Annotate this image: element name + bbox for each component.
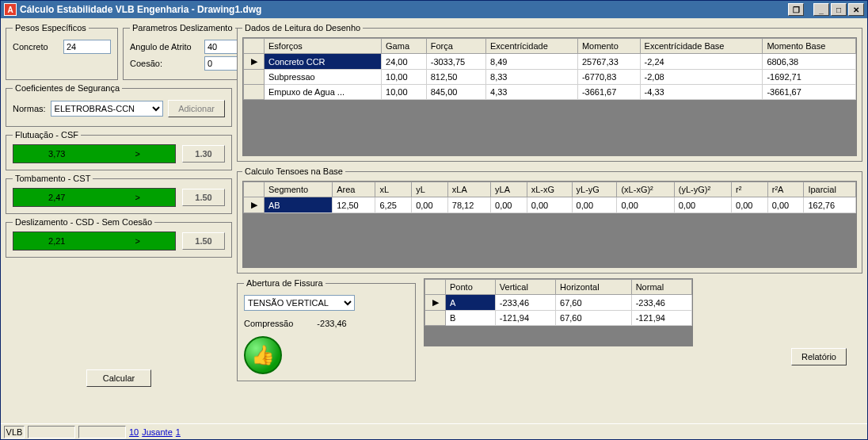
table-row[interactable]: Empuxo de Agua ...10,00845,004,33-3661,6… — [244, 85, 856, 100]
table-cell[interactable]: 12,50 — [333, 197, 375, 213]
column-header[interactable] — [244, 39, 265, 54]
table-cell[interactable]: Empuxo de Agua ... — [265, 85, 382, 100]
table-cell[interactable]: 10,00 — [382, 70, 427, 85]
table-cell[interactable]: -4,33 — [640, 85, 763, 100]
table-cell[interactable]: 0,00 — [674, 197, 731, 213]
table-cell[interactable]: B — [446, 311, 496, 326]
table-cell[interactable]: -233,46 — [631, 295, 691, 311]
column-header[interactable]: Area — [333, 182, 375, 197]
fissura-select[interactable]: TENSÃO VERTICAL — [244, 295, 355, 311]
table-cell[interactable]: -2,08 — [640, 70, 763, 85]
column-header[interactable]: yLA — [491, 182, 527, 197]
table-cell[interactable]: 4,33 — [486, 85, 578, 100]
column-header[interactable]: (xL-xG)² — [617, 182, 674, 197]
column-header[interactable]: Excentrícidade Base — [640, 39, 763, 54]
column-header[interactable]: r²A — [767, 182, 804, 197]
column-header[interactable]: Gama — [382, 39, 427, 54]
table-cell[interactable]: 78,12 — [447, 197, 490, 213]
column-header[interactable]: Esforços — [265, 39, 382, 54]
column-header[interactable]: Momento Base — [763, 39, 856, 54]
table-row[interactable]: Subpressao10,00812,508,33-6770,83-2,08-1… — [244, 70, 856, 85]
table-cell[interactable]: 8,49 — [486, 54, 578, 70]
column-header[interactable] — [244, 182, 265, 197]
row-header[interactable]: ▶ — [425, 295, 446, 311]
calcular-button[interactable]: Calcular — [86, 369, 151, 387]
status-link-1[interactable]: 1 — [176, 427, 181, 437]
dados-legend: Dados de Leitura do Desenho — [242, 23, 363, 33]
coesao-input[interactable] — [204, 56, 241, 71]
table-cell[interactable]: 25767,33 — [577, 54, 640, 70]
column-header[interactable]: r² — [732, 182, 768, 197]
table-cell[interactable]: 67,60 — [556, 311, 632, 326]
column-header[interactable]: Ponto — [446, 280, 496, 295]
table-cell[interactable]: -2,24 — [640, 54, 763, 70]
table-cell[interactable]: 0,00 — [732, 197, 768, 213]
table-cell[interactable]: 10,00 — [382, 85, 427, 100]
row-header[interactable] — [244, 70, 265, 85]
normas-select[interactable]: ELETROBRAS-CCN — [51, 101, 164, 117]
column-header[interactable]: xL-xG — [527, 182, 572, 197]
table-cell[interactable]: Concreto CCR — [265, 54, 382, 70]
table-cell[interactable]: -121,94 — [631, 311, 691, 326]
table-cell[interactable]: -6770,83 — [577, 70, 640, 85]
row-header[interactable] — [425, 311, 446, 326]
table-cell[interactable]: 8,33 — [486, 70, 578, 85]
column-header[interactable]: Iparcial — [804, 182, 856, 197]
close-button[interactable]: ✕ — [848, 3, 864, 16]
table-cell[interactable]: 24,00 — [382, 54, 427, 70]
table-row[interactable]: ▶Concreto CCR24,00-3033,758,4925767,33-2… — [244, 54, 856, 70]
column-header[interactable]: yL — [412, 182, 448, 197]
table-cell[interactable]: 0,00 — [491, 197, 527, 213]
column-header[interactable]: Horizontal — [556, 280, 632, 295]
column-header[interactable]: Vertical — [495, 280, 555, 295]
angulo-input[interactable] — [204, 40, 241, 54]
table-cell[interactable]: -1692,71 — [763, 70, 856, 85]
adicionar-button[interactable]: Adicionar — [168, 100, 225, 117]
table-cell[interactable]: 0,00 — [412, 197, 448, 213]
table-cell[interactable]: 0,00 — [617, 197, 674, 213]
column-header[interactable]: yL-yG — [572, 182, 617, 197]
column-header[interactable]: Normal — [631, 280, 691, 295]
table-cell[interactable]: Subpressao — [265, 70, 382, 85]
table-cell[interactable]: 67,60 — [556, 295, 632, 311]
table-cell[interactable]: 6806,38 — [763, 54, 856, 70]
table-cell[interactable]: 812,50 — [426, 70, 485, 85]
table-cell[interactable]: -3661,67 — [577, 85, 640, 100]
pontos-grid[interactable]: PontoVerticalHorizontalNormal▶A-233,4667… — [424, 279, 692, 326]
table-cell[interactable]: 0,00 — [572, 197, 617, 213]
table-cell[interactable]: 845,00 — [426, 85, 485, 100]
column-header[interactable]: Força — [426, 39, 485, 54]
table-row[interactable]: B-121,9467,60-121,94 — [425, 311, 692, 326]
row-header[interactable]: ▶ — [244, 197, 265, 213]
restore-button-extra[interactable]: ❐ — [788, 3, 804, 16]
status-link-jusante[interactable]: Jusante — [142, 427, 173, 437]
column-header[interactable]: xL — [375, 182, 412, 197]
table-cell[interactable]: AB — [265, 197, 333, 213]
table-cell[interactable]: -3661,67 — [763, 85, 856, 100]
column-header[interactable]: Excentrícidade — [486, 39, 578, 54]
column-header[interactable]: Segmento — [265, 182, 333, 197]
column-header[interactable] — [425, 280, 446, 295]
table-cell[interactable]: 162,76 — [804, 197, 856, 213]
column-header[interactable]: xLA — [447, 182, 490, 197]
table-row[interactable]: ▶A-233,4667,60-233,46 — [425, 295, 692, 311]
maximize-button[interactable]: □ — [831, 3, 847, 16]
status-link-10[interactable]: 10 — [129, 427, 139, 437]
table-cell[interactable]: -121,94 — [495, 311, 555, 326]
table-cell[interactable]: 0,00 — [527, 197, 572, 213]
concreto-input[interactable] — [63, 40, 111, 54]
column-header[interactable]: Momento — [577, 39, 640, 54]
table-cell[interactable]: -233,46 — [495, 295, 555, 311]
minimize-button[interactable]: _ — [813, 3, 829, 16]
dados-grid[interactable]: EsforçosGamaForçaExcentrícidadeMomentoEx… — [243, 38, 856, 100]
table-cell[interactable]: A — [446, 295, 496, 311]
table-cell[interactable]: 6,25 — [375, 197, 412, 213]
table-cell[interactable]: 0,00 — [767, 197, 804, 213]
table-row[interactable]: ▶AB12,506,250,0078,120,000,000,000,000,0… — [244, 197, 856, 213]
row-header[interactable] — [244, 85, 265, 100]
row-header[interactable]: ▶ — [244, 54, 265, 70]
column-header[interactable]: (yL-yG)² — [674, 182, 731, 197]
relatorio-button[interactable]: Relatório — [791, 348, 847, 365]
tensoes-grid[interactable]: SegmentoAreaxLyLxLAyLAxL-xGyL-yG(xL-xG)²… — [243, 182, 856, 213]
table-cell[interactable]: -3033,75 — [426, 54, 485, 70]
